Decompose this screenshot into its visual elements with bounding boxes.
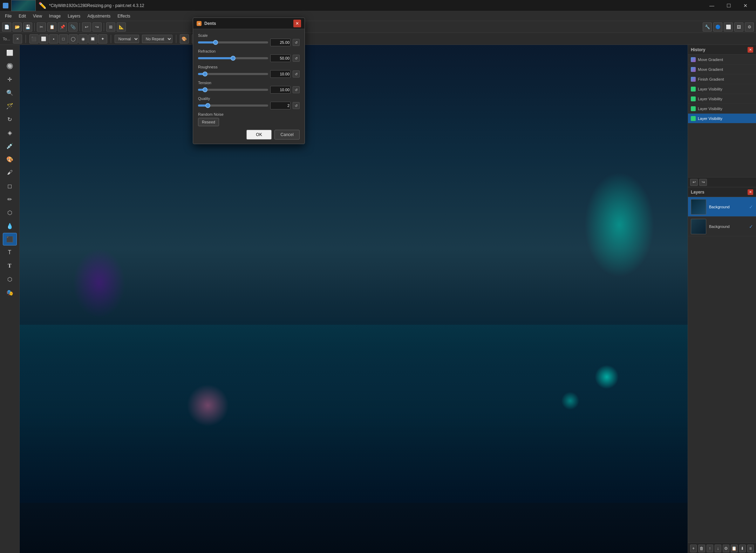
tool-shape-6[interactable]: ◉ bbox=[79, 34, 88, 43]
tool-3d[interactable]: ◈ bbox=[3, 126, 17, 139]
toolbar-icon-4[interactable]: 🖼 bbox=[734, 22, 743, 32]
close-tool-btn[interactable]: ✕ bbox=[13, 34, 22, 43]
toolbar-icon-5[interactable]: ⚙ bbox=[745, 22, 754, 32]
history-item[interactable]: Move Gradient bbox=[688, 65, 756, 74]
toolbar-icon-2[interactable]: 🔵 bbox=[713, 22, 722, 32]
tool-shape-7[interactable]: 🔲 bbox=[88, 34, 97, 43]
tool-eyedropper[interactable]: 💉 bbox=[3, 140, 17, 152]
quality-track[interactable] bbox=[198, 104, 268, 107]
tool-rotate[interactable]: ↻ bbox=[3, 113, 17, 126]
repeat-select[interactable]: No Repeat bbox=[142, 35, 172, 43]
ok-button[interactable]: OK bbox=[246, 130, 272, 140]
tool-text-style[interactable]: 𝐓 bbox=[3, 259, 17, 272]
roughness-track[interactable] bbox=[198, 73, 268, 75]
layer-item-active[interactable]: Background ✓ bbox=[688, 197, 756, 217]
tool-eraser[interactable]: ◻ bbox=[3, 180, 17, 192]
tool-pencil[interactable]: ✏ bbox=[3, 193, 17, 205]
tool-shape-5[interactable]: ◯ bbox=[69, 34, 78, 43]
tool-smudge[interactable]: 💧 bbox=[3, 220, 17, 232]
tool-magic-wand[interactable]: 🪄 bbox=[3, 100, 17, 112]
history-item[interactable]: Layer Visibility bbox=[688, 104, 756, 114]
history-item[interactable]: Layer Visibility bbox=[688, 84, 756, 94]
menu-image[interactable]: Image bbox=[46, 12, 64, 20]
tension-reset-btn[interactable]: ↺ bbox=[293, 86, 300, 93]
layer-visibility-check[interactable]: ✓ bbox=[749, 204, 753, 210]
undo-button[interactable]: ↩ bbox=[82, 22, 91, 32]
redo-button[interactable]: ↪ bbox=[93, 22, 102, 32]
new-button[interactable]: 📄 bbox=[2, 22, 11, 32]
menu-layers[interactable]: Layers bbox=[64, 12, 84, 20]
menu-edit[interactable]: Edit bbox=[15, 12, 29, 20]
history-list: Move Gradient Move Gradient Finish Gradi… bbox=[688, 55, 756, 177]
history-close-btn[interactable]: ✕ bbox=[748, 47, 753, 53]
gradient-btn[interactable]: 🎨 bbox=[180, 34, 189, 43]
move-layer-up-btn[interactable]: ↑ bbox=[707, 545, 713, 552]
copy-button[interactable]: 📋 bbox=[47, 22, 56, 32]
refraction-input[interactable] bbox=[270, 54, 291, 62]
add-layer-btn[interactable]: + bbox=[690, 545, 697, 552]
tension-track[interactable] bbox=[198, 89, 268, 91]
menu-file[interactable]: File bbox=[1, 12, 15, 20]
tension-input[interactable] bbox=[270, 86, 291, 94]
tool-zoom[interactable]: 🔍 bbox=[3, 86, 17, 99]
tool-shape-8[interactable]: ✦ bbox=[98, 34, 107, 43]
move-layer-down-btn[interactable]: ↓ bbox=[715, 545, 721, 552]
paste2-button[interactable]: 📎 bbox=[68, 22, 77, 32]
quality-input[interactable] bbox=[270, 102, 291, 109]
roughness-input[interactable] bbox=[270, 70, 291, 78]
tool-shape-1[interactable]: ⬛ bbox=[29, 34, 39, 43]
refraction-reset-btn[interactable]: ↺ bbox=[293, 55, 300, 62]
history-item-active[interactable]: Layer Visibility bbox=[688, 114, 756, 123]
save-button[interactable]: 💾 bbox=[23, 22, 32, 32]
refraction-track[interactable] bbox=[198, 57, 268, 59]
history-item[interactable]: Move Gradient bbox=[688, 55, 756, 65]
layer-merge-btn[interactable]: ⬇ bbox=[739, 545, 746, 552]
close-button[interactable]: ✕ bbox=[738, 0, 753, 11]
tool-rectangle-select[interactable]: ⬜ bbox=[3, 46, 17, 59]
cancel-button[interactable]: Cancel bbox=[274, 130, 300, 140]
rulers-button[interactable]: 📐 bbox=[117, 22, 126, 32]
tool-text[interactable]: T bbox=[3, 246, 17, 259]
history-item[interactable]: Finish Gradient bbox=[688, 74, 756, 84]
maximize-button[interactable]: ☐ bbox=[721, 0, 736, 11]
paste-button[interactable]: 📌 bbox=[58, 22, 67, 32]
tool-shape-2[interactable]: ⬜ bbox=[39, 34, 48, 43]
tool-move[interactable]: ✛ bbox=[3, 73, 17, 86]
grid-button[interactable]: ⊞ bbox=[106, 22, 115, 32]
quality-reset-btn[interactable]: ↺ bbox=[293, 102, 300, 109]
tool-shapes[interactable]: ⬛ bbox=[3, 233, 17, 245]
toolbar-icon-3[interactable]: ⬜ bbox=[724, 22, 733, 32]
scale-reset-btn[interactable]: ↺ bbox=[293, 39, 300, 46]
layer-item[interactable]: Background ✓ bbox=[688, 217, 756, 236]
menu-adjustments[interactable]: Adjustments bbox=[84, 12, 114, 20]
delete-layer-btn[interactable]: 🗑 bbox=[698, 545, 705, 552]
layer-visibility-check[interactable]: ✓ bbox=[749, 224, 753, 229]
menu-view[interactable]: View bbox=[29, 12, 46, 20]
tool-paint-bucket[interactable]: 🎭 bbox=[3, 286, 17, 299]
scale-input[interactable] bbox=[270, 39, 291, 46]
tool-recolor[interactable]: 🎨 bbox=[3, 153, 17, 166]
menu-effects[interactable]: Effects bbox=[114, 12, 134, 20]
minimize-button[interactable]: — bbox=[704, 0, 720, 11]
undo-history-btn[interactable]: ↩ bbox=[690, 179, 698, 186]
dents-close-btn[interactable]: ✕ bbox=[293, 20, 301, 27]
open-button[interactable]: 📂 bbox=[13, 22, 22, 32]
tool-shape-4[interactable]: □ bbox=[59, 34, 68, 43]
reseed-btn[interactable]: Reseed bbox=[198, 118, 219, 126]
toolbar-icon-1[interactable]: 🔧 bbox=[703, 22, 712, 32]
history-item[interactable]: Layer Visibility bbox=[688, 94, 756, 104]
tool-gradient[interactable]: ⬡ bbox=[3, 273, 17, 285]
tool-shape-3[interactable]: ▪ bbox=[49, 34, 58, 43]
tool-brush[interactable]: 🖌 bbox=[3, 166, 17, 179]
layer-flatten-btn[interactable]: ≡ bbox=[747, 545, 754, 552]
layers-close-btn[interactable]: ✕ bbox=[748, 189, 753, 195]
layer-properties-btn[interactable]: ⚙ bbox=[723, 545, 729, 552]
tool-lasso[interactable]: 🔘 bbox=[3, 60, 17, 72]
cut-button[interactable]: ✂ bbox=[37, 22, 46, 32]
scale-track[interactable] bbox=[198, 41, 268, 43]
blend-mode-select[interactable]: Normal bbox=[115, 35, 139, 43]
tool-clone[interactable]: ⬡ bbox=[3, 206, 17, 219]
redo-history-btn[interactable]: ↪ bbox=[699, 179, 707, 186]
layer-duplicate-btn[interactable]: 📋 bbox=[731, 545, 737, 552]
roughness-reset-btn[interactable]: ↺ bbox=[293, 70, 300, 77]
